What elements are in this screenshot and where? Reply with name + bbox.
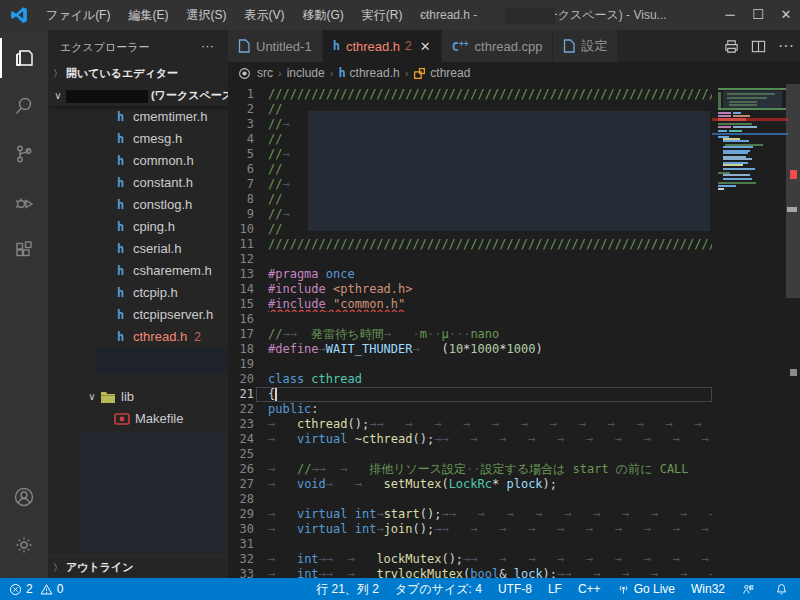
tree-item[interactable]: hconstlog.h: [48, 194, 228, 216]
code-line[interactable]: 21{: [228, 387, 712, 402]
breadcrumb-file[interactable]: cthread.h: [350, 66, 400, 80]
menu-run[interactable]: 実行(R): [353, 0, 412, 30]
minimap-mark: [723, 174, 750, 176]
code-line[interactable]: 19: [228, 357, 712, 372]
close-tab-icon[interactable]: ✕: [420, 39, 431, 54]
encoding[interactable]: UTF-8: [498, 582, 532, 596]
explorer-icon[interactable]: [0, 34, 48, 82]
code-line[interactable]: 16: [228, 312, 712, 327]
chevron-down-icon: ∨: [84, 386, 100, 408]
status-bar: 2 0 行 21、列 2 タブのサイズ: 4 UTF-8 LF C++ Go L…: [0, 578, 800, 600]
code-line[interactable]: 14#include <pthread.h>: [228, 282, 712, 297]
tab-untitled-1[interactable]: Untitled-1: [228, 30, 323, 62]
tree-item[interactable]: hconstant.h: [48, 172, 228, 194]
code-line[interactable]: 12: [228, 252, 712, 267]
tree-item[interactable]: hcthread.h2: [48, 326, 228, 348]
code-line[interactable]: 22public:: [228, 402, 712, 417]
redacted-region: [308, 111, 710, 231]
editor-more-icon[interactable]: ···: [778, 37, 794, 55]
tree-item[interactable]: hcping.h: [48, 216, 228, 238]
feedback-icon: [741, 583, 755, 596]
minimap-mark: [723, 168, 755, 170]
sidebar-more-icon[interactable]: ···: [201, 30, 214, 62]
tree-item[interactable]: hcommon.h: [48, 150, 228, 172]
code-line[interactable]: 31: [228, 537, 712, 552]
search-icon[interactable]: [0, 82, 48, 130]
menu-selection[interactable]: 選択(S): [177, 0, 235, 30]
problems-indicator[interactable]: 2 0: [9, 582, 63, 596]
notifications-button[interactable]: [775, 583, 792, 596]
code-line[interactable]: 20class cthread: [228, 372, 712, 387]
tree-item[interactable]: hcmemtimer.h: [48, 106, 228, 128]
code-line[interactable]: 23→ cthread();→→ → → → → → → → → → → → →…: [228, 417, 712, 432]
problem-badge: 2: [194, 326, 201, 348]
code-line[interactable]: 25: [228, 447, 712, 462]
h-file-icon: h: [338, 66, 345, 80]
code-line[interactable]: 27→ void→ → setMutex(LockRc* plock);: [228, 477, 712, 492]
platform-target[interactable]: Win32: [691, 582, 725, 596]
code-line[interactable]: 26→ //→→ → 排他リソース設定··設定する場合は start の前に C…: [228, 462, 712, 477]
tree-item[interactable]: hcmesg.h: [48, 128, 228, 150]
cursor-position[interactable]: 行 21、列 2: [316, 581, 379, 598]
run-debug-icon[interactable]: [0, 178, 48, 226]
accounts-icon[interactable]: [0, 473, 48, 521]
tree-item[interactable]: hctcpip.h: [48, 282, 228, 304]
h-file-icon: h: [114, 238, 127, 260]
breadcrumb-symbol[interactable]: cthread: [430, 66, 470, 80]
minimize-button[interactable]: ─: [716, 0, 744, 30]
close-button[interactable]: ✕: [772, 0, 800, 30]
tab-settings[interactable]: 設定: [553, 30, 618, 62]
menu-edit[interactable]: 編集(E): [119, 0, 177, 30]
tree-item[interactable]: hcsharemem.h: [48, 260, 228, 282]
outline-section[interactable]: 〉アウトライン: [48, 555, 228, 578]
tree-item-lib[interactable]: ∨ lib: [48, 386, 228, 408]
settings-gear-icon[interactable]: [0, 521, 48, 569]
code-line[interactable]: 1///////////////////////////////////////…: [228, 87, 712, 102]
breadcrumb-include[interactable]: include: [287, 66, 325, 80]
tab-cthread-h[interactable]: h cthread.h 2 ✕: [323, 30, 442, 62]
code-line[interactable]: 17//→→ 発雷待ち時間→ ·m··μ···nano: [228, 327, 712, 342]
minimap-mark: [718, 188, 724, 190]
extensions-icon[interactable]: [0, 226, 48, 274]
go-live-button[interactable]: Go Live: [617, 582, 675, 596]
code-line[interactable]: 30→ virtual int→join();→→ → → → → → → → …: [228, 522, 712, 537]
workspace-section[interactable]: ∨(ワークスペース): [48, 84, 228, 106]
tab-cthread-cpp[interactable]: C++ cthread.cpp: [442, 30, 554, 62]
eol-indicator[interactable]: LF: [548, 582, 562, 596]
tree-item[interactable]: hctcpipserver.h: [48, 304, 228, 326]
feedback-button[interactable]: [741, 583, 759, 596]
bell-icon: [775, 583, 788, 596]
language-mode[interactable]: C++: [578, 582, 601, 596]
code-line[interactable]: 29→ virtual int→start();→→ → → → → → → →…: [228, 507, 712, 522]
tab-size[interactable]: タブのサイズ: 4: [395, 581, 482, 598]
code-line[interactable]: 18#define→WAIT_THUNDER→ (10*1000*1000): [228, 342, 712, 357]
menu-file[interactable]: ファイル(F): [37, 0, 119, 30]
sidebar-title: エクスプローラー: [60, 41, 150, 53]
minimap-mark: [723, 140, 749, 142]
code-line[interactable]: 33→ int→→ → trylockMutex(bool& lock);→→ …: [228, 567, 712, 578]
split-editor-icon[interactable]: [751, 39, 766, 54]
minimap-mark: [733, 112, 741, 114]
workspace-name-redacted: [66, 90, 148, 103]
menu-view[interactable]: 表示(V): [235, 0, 293, 30]
code-line[interactable]: 28: [228, 492, 712, 507]
folder-open-icon: [100, 391, 116, 404]
tree-item[interactable]: hcserial.h: [48, 238, 228, 260]
code-line[interactable]: 24→ virtual ~cthread();→→ → → → → → → → …: [228, 432, 712, 447]
code-line[interactable]: 11//////////////////////////////////////…: [228, 237, 712, 252]
tree-item-makefile[interactable]: Makefile: [48, 408, 228, 430]
code-line[interactable]: 15#include "common.h": [228, 297, 712, 312]
maximize-button[interactable]: ☐: [744, 0, 772, 30]
breadcrumb-src[interactable]: src: [257, 66, 273, 80]
file-tree: hcmemtimer.hhcmesg.hhcommon.hhconstant.h…: [48, 106, 228, 348]
redacted-region: [97, 347, 227, 374]
editor-tab-bar: Untitled-1 h cthread.h 2 ✕ C++ cthread.c…: [228, 30, 800, 62]
source-control-icon[interactable]: [0, 130, 48, 178]
code-line[interactable]: 13#pragma once: [228, 267, 712, 282]
print-icon[interactable]: [724, 39, 739, 54]
code-line[interactable]: 32→ int→→ → lockMutex();→→ → → → → → → →…: [228, 552, 712, 567]
breadcrumb: src› include› h cthread.h› cthread: [228, 62, 800, 84]
menu-go[interactable]: 移動(G): [293, 0, 352, 30]
open-editors-section[interactable]: 〉開いているエディター: [48, 62, 228, 84]
minimap-mark: [718, 88, 786, 90]
